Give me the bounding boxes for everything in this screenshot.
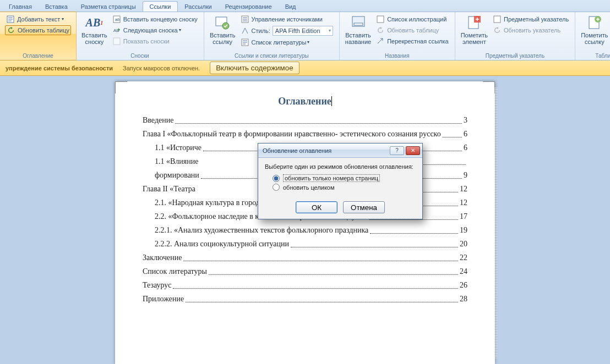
refresh-icon (493, 26, 502, 35)
toc-entry[interactable]: Список литературы24 (143, 266, 467, 277)
page-corner (115, 81, 127, 93)
warning-label: упреждение системы безопасности (6, 65, 113, 71)
add-text-icon (6, 15, 15, 24)
svg-rect-4 (113, 38, 120, 45)
table-of-figures-button[interactable]: Список иллюстраций (375, 14, 450, 24)
svg-rect-10 (354, 23, 363, 25)
tab-вид[interactable]: Вид (279, 2, 303, 12)
tab-разметка страницы[interactable]: Разметка страницы (74, 2, 143, 12)
bibliography-icon (241, 38, 249, 47)
cross-ref-icon (376, 37, 385, 46)
toc-entry[interactable]: Приложение28 (143, 294, 467, 305)
style-value-box[interactable]: APA Fifth Edition (273, 26, 333, 36)
document-page[interactable]: Оглавление Введение3Глава I «Фольклорный… (115, 81, 495, 364)
svg-rect-11 (377, 16, 384, 23)
mark-entry-button[interactable]: Пометитьэлемент (459, 13, 490, 46)
mark-citation-icon (586, 14, 603, 31)
bibliography-button[interactable]: Список литературы ▾ (239, 37, 334, 47)
toc-entry[interactable]: Тезаурус26 (143, 280, 467, 291)
ribbon: Добавить текст ▾ Обновить таблицу Оглавл… (0, 12, 610, 60)
dialog-title-text: Обновление оглавления (263, 147, 331, 154)
toc-entry[interactable]: Заключение22 (143, 252, 467, 263)
warning-text: Запуск макросов отключен. (123, 65, 200, 71)
ribbon-group-index: Пометитьэлемент Предметный указатель Обн… (455, 12, 575, 60)
dialog-help-button[interactable]: ? (390, 146, 404, 155)
group-label-citations: Ссылки и списки литературы (208, 52, 336, 60)
ribbon-group-toc: Добавить текст ▾ Обновить таблицу Оглавл… (0, 12, 77, 60)
index-icon (493, 15, 502, 24)
update-table-button[interactable]: Обновить таблицу (5, 25, 71, 35)
svg-rect-14 (494, 16, 500, 23)
tab-рецензирование[interactable]: Рецензирование (219, 2, 279, 12)
toc-entry[interactable]: 2.2.1. «Анализ художественных текстов фо… (143, 225, 467, 236)
show-notes-icon (112, 37, 121, 46)
enable-content-button[interactable]: Включить содержимое (210, 62, 299, 74)
dialog-ok-button[interactable]: ОК (296, 201, 337, 213)
style-icon (241, 26, 249, 35)
insert-caption-button[interactable]: Вставитьназвание (343, 13, 373, 47)
tab-вставка[interactable]: Вставка (39, 2, 74, 12)
tab-рассылки[interactable]: Рассылки (178, 2, 218, 12)
insert-endnote-button[interactable]: ab Вставить концевую сноску (111, 14, 199, 24)
ribbon-group-footnotes: AB1 Вставитьсноску ab Вставить концевую … (76, 12, 204, 60)
dialog-prompt: Выберите один из режимов обновления огла… (265, 163, 416, 170)
toc-entry[interactable]: 2.2.2. Анализ социокультурной ситуации20 (143, 239, 467, 250)
insert-footnote-button[interactable]: AB1 Вставитьсноску (79, 13, 110, 47)
style-select[interactable]: Стиль: APA Fifth Edition (239, 25, 334, 36)
radio-update-numbers[interactable]: обновить только номера страниц (273, 174, 416, 182)
dialog-close-button[interactable]: ✕ (406, 146, 420, 155)
manage-sources-button[interactable]: Управление источниками (239, 14, 334, 24)
security-warning-bar: упреждение системы безопасности Запуск м… (0, 60, 610, 76)
insert-index-button[interactable]: Предметный указатель (492, 14, 570, 24)
next-footnote-icon: AB (112, 26, 121, 35)
caption-icon (350, 14, 367, 31)
page-edge (494, 87, 498, 359)
page-corner (483, 81, 495, 93)
group-label-toa: Таблица (579, 52, 610, 60)
tab-главная[interactable]: Главная (2, 2, 39, 12)
group-label-index: Предметный указатель (459, 52, 571, 60)
mark-entry-icon (466, 14, 482, 31)
cross-reference-button[interactable]: Перекрестная ссылка (375, 36, 450, 46)
mark-citation-button[interactable]: Пометитьссылку (579, 13, 610, 46)
group-label-footnotes: Сноски (79, 52, 200, 60)
footnote-icon: AB1 (86, 14, 102, 31)
radio-update-all[interactable]: обновить целиком (273, 184, 416, 191)
show-notes-button[interactable]: Показать сноски (111, 36, 199, 46)
manage-sources-icon (241, 15, 249, 24)
add-text-button[interactable]: Добавить текст ▾ (5, 14, 71, 24)
radio-update-all-input[interactable] (273, 184, 280, 191)
tab-ссылки[interactable]: Ссылки (143, 1, 178, 12)
refresh-icon (7, 26, 15, 35)
document-area: Оглавление Введение3Глава I «Фольклорный… (0, 76, 610, 364)
dialog-titlebar[interactable]: Обновление оглавления ? ✕ (258, 144, 422, 158)
next-footnote-button[interactable]: AB Следующая сноска ▾ (111, 25, 199, 35)
toc-entry[interactable]: Введение3 (143, 115, 467, 126)
svg-text:ab: ab (115, 17, 120, 22)
update-tof-button[interactable]: Обновить таблицу (375, 25, 450, 35)
endnote-icon: ab (112, 15, 121, 24)
toc-entry[interactable]: Глава I «Фольклорный театр в формировани… (143, 129, 467, 140)
ribbon-group-captions: Вставитьназвание Список иллюстраций Обно… (340, 12, 455, 60)
radio-update-numbers-input[interactable] (273, 175, 280, 182)
insert-citation-button[interactable]: Вставитьссылку (208, 13, 238, 48)
tab-bar: ГлавнаяВставкаРазметка страницыСсылкиРас… (0, 0, 610, 12)
ribbon-group-toa: Пометитьссылку Та Таблица (575, 12, 610, 60)
group-label-captions: Названия (343, 52, 451, 60)
refresh-icon (376, 26, 385, 35)
page-title: Оглавление (143, 96, 467, 107)
dialog-cancel-button[interactable]: Отмена (343, 201, 385, 213)
group-label-toc: Оглавление (3, 52, 73, 60)
text-cursor (331, 96, 332, 106)
update-index-button[interactable]: Обновить указатель (492, 25, 570, 35)
update-toc-dialog: Обновление оглавления ? ✕ Выберите один … (258, 143, 423, 219)
tof-icon (376, 15, 385, 24)
citation-icon (214, 14, 231, 31)
ribbon-group-citations: Вставитьссылку Управление источниками Ст… (204, 12, 340, 60)
